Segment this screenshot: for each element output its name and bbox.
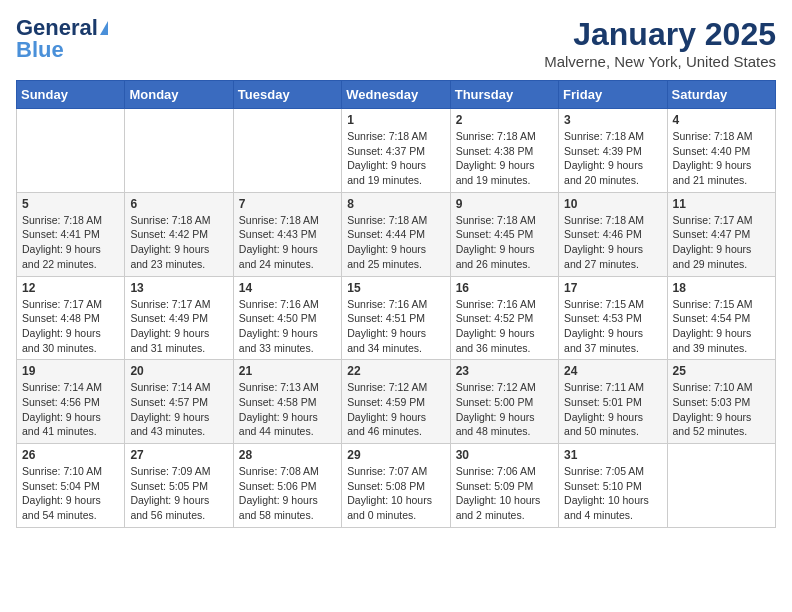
logo-blue: Blue [16, 38, 64, 62]
day-info: Sunrise: 7:18 AM Sunset: 4:44 PM Dayligh… [347, 213, 444, 272]
calendar-cell: 10Sunrise: 7:18 AM Sunset: 4:46 PM Dayli… [559, 192, 667, 276]
day-number: 17 [564, 281, 661, 295]
calendar-week-row: 26Sunrise: 7:10 AM Sunset: 5:04 PM Dayli… [17, 444, 776, 528]
day-info: Sunrise: 7:08 AM Sunset: 5:06 PM Dayligh… [239, 464, 336, 523]
day-number: 5 [22, 197, 119, 211]
day-number: 23 [456, 364, 553, 378]
calendar-week-row: 1Sunrise: 7:18 AM Sunset: 4:37 PM Daylig… [17, 109, 776, 193]
calendar-cell: 31Sunrise: 7:05 AM Sunset: 5:10 PM Dayli… [559, 444, 667, 528]
day-info: Sunrise: 7:18 AM Sunset: 4:40 PM Dayligh… [673, 129, 770, 188]
weekday-header-row: SundayMondayTuesdayWednesdayThursdayFrid… [17, 81, 776, 109]
day-info: Sunrise: 7:17 AM Sunset: 4:49 PM Dayligh… [130, 297, 227, 356]
day-info: Sunrise: 7:07 AM Sunset: 5:08 PM Dayligh… [347, 464, 444, 523]
calendar-week-row: 19Sunrise: 7:14 AM Sunset: 4:56 PM Dayli… [17, 360, 776, 444]
calendar-cell: 23Sunrise: 7:12 AM Sunset: 5:00 PM Dayli… [450, 360, 558, 444]
day-number: 27 [130, 448, 227, 462]
day-number: 6 [130, 197, 227, 211]
calendar-cell: 21Sunrise: 7:13 AM Sunset: 4:58 PM Dayli… [233, 360, 341, 444]
calendar-table: SundayMondayTuesdayWednesdayThursdayFrid… [16, 80, 776, 528]
day-info: Sunrise: 7:18 AM Sunset: 4:41 PM Dayligh… [22, 213, 119, 272]
day-info: Sunrise: 7:05 AM Sunset: 5:10 PM Dayligh… [564, 464, 661, 523]
day-number: 7 [239, 197, 336, 211]
calendar-cell [125, 109, 233, 193]
day-info: Sunrise: 7:09 AM Sunset: 5:05 PM Dayligh… [130, 464, 227, 523]
calendar-cell: 30Sunrise: 7:06 AM Sunset: 5:09 PM Dayli… [450, 444, 558, 528]
day-number: 15 [347, 281, 444, 295]
day-number: 31 [564, 448, 661, 462]
day-number: 20 [130, 364, 227, 378]
day-number: 11 [673, 197, 770, 211]
day-info: Sunrise: 7:10 AM Sunset: 5:04 PM Dayligh… [22, 464, 119, 523]
day-info: Sunrise: 7:18 AM Sunset: 4:37 PM Dayligh… [347, 129, 444, 188]
weekday-header-monday: Monday [125, 81, 233, 109]
day-number: 9 [456, 197, 553, 211]
day-info: Sunrise: 7:17 AM Sunset: 4:48 PM Dayligh… [22, 297, 119, 356]
calendar-cell: 17Sunrise: 7:15 AM Sunset: 4:53 PM Dayli… [559, 276, 667, 360]
weekday-header-saturday: Saturday [667, 81, 775, 109]
day-number: 26 [22, 448, 119, 462]
calendar-cell: 11Sunrise: 7:17 AM Sunset: 4:47 PM Dayli… [667, 192, 775, 276]
day-number: 16 [456, 281, 553, 295]
day-info: Sunrise: 7:12 AM Sunset: 4:59 PM Dayligh… [347, 380, 444, 439]
weekday-header-sunday: Sunday [17, 81, 125, 109]
calendar-cell: 9Sunrise: 7:18 AM Sunset: 4:45 PM Daylig… [450, 192, 558, 276]
weekday-header-friday: Friday [559, 81, 667, 109]
calendar-cell: 2Sunrise: 7:18 AM Sunset: 4:38 PM Daylig… [450, 109, 558, 193]
day-number: 2 [456, 113, 553, 127]
day-info: Sunrise: 7:16 AM Sunset: 4:51 PM Dayligh… [347, 297, 444, 356]
day-info: Sunrise: 7:15 AM Sunset: 4:54 PM Dayligh… [673, 297, 770, 356]
calendar-cell [17, 109, 125, 193]
calendar-cell: 3Sunrise: 7:18 AM Sunset: 4:39 PM Daylig… [559, 109, 667, 193]
title-block: January 2025 Malverne, New York, United … [544, 16, 776, 70]
calendar-cell: 28Sunrise: 7:08 AM Sunset: 5:06 PM Dayli… [233, 444, 341, 528]
day-info: Sunrise: 7:18 AM Sunset: 4:46 PM Dayligh… [564, 213, 661, 272]
calendar-cell: 13Sunrise: 7:17 AM Sunset: 4:49 PM Dayli… [125, 276, 233, 360]
calendar-cell: 12Sunrise: 7:17 AM Sunset: 4:48 PM Dayli… [17, 276, 125, 360]
day-info: Sunrise: 7:06 AM Sunset: 5:09 PM Dayligh… [456, 464, 553, 523]
day-info: Sunrise: 7:18 AM Sunset: 4:42 PM Dayligh… [130, 213, 227, 272]
day-info: Sunrise: 7:11 AM Sunset: 5:01 PM Dayligh… [564, 380, 661, 439]
calendar-cell: 24Sunrise: 7:11 AM Sunset: 5:01 PM Dayli… [559, 360, 667, 444]
calendar-cell: 22Sunrise: 7:12 AM Sunset: 4:59 PM Dayli… [342, 360, 450, 444]
day-number: 21 [239, 364, 336, 378]
logo: General Blue [16, 16, 108, 62]
calendar-cell: 20Sunrise: 7:14 AM Sunset: 4:57 PM Dayli… [125, 360, 233, 444]
day-number: 3 [564, 113, 661, 127]
day-number: 8 [347, 197, 444, 211]
day-info: Sunrise: 7:16 AM Sunset: 4:52 PM Dayligh… [456, 297, 553, 356]
day-number: 10 [564, 197, 661, 211]
day-info: Sunrise: 7:18 AM Sunset: 4:38 PM Dayligh… [456, 129, 553, 188]
day-info: Sunrise: 7:17 AM Sunset: 4:47 PM Dayligh… [673, 213, 770, 272]
weekday-header-tuesday: Tuesday [233, 81, 341, 109]
calendar-cell: 29Sunrise: 7:07 AM Sunset: 5:08 PM Dayli… [342, 444, 450, 528]
day-info: Sunrise: 7:14 AM Sunset: 4:57 PM Dayligh… [130, 380, 227, 439]
calendar-cell: 27Sunrise: 7:09 AM Sunset: 5:05 PM Dayli… [125, 444, 233, 528]
day-number: 14 [239, 281, 336, 295]
day-number: 24 [564, 364, 661, 378]
calendar-cell: 4Sunrise: 7:18 AM Sunset: 4:40 PM Daylig… [667, 109, 775, 193]
page-header: General Blue January 2025 Malverne, New … [16, 16, 776, 70]
day-number: 30 [456, 448, 553, 462]
day-info: Sunrise: 7:13 AM Sunset: 4:58 PM Dayligh… [239, 380, 336, 439]
day-info: Sunrise: 7:10 AM Sunset: 5:03 PM Dayligh… [673, 380, 770, 439]
day-info: Sunrise: 7:15 AM Sunset: 4:53 PM Dayligh… [564, 297, 661, 356]
logo-triangle-icon [100, 21, 108, 35]
calendar-cell: 26Sunrise: 7:10 AM Sunset: 5:04 PM Dayli… [17, 444, 125, 528]
day-info: Sunrise: 7:12 AM Sunset: 5:00 PM Dayligh… [456, 380, 553, 439]
day-info: Sunrise: 7:18 AM Sunset: 4:45 PM Dayligh… [456, 213, 553, 272]
day-info: Sunrise: 7:18 AM Sunset: 4:39 PM Dayligh… [564, 129, 661, 188]
weekday-header-wednesday: Wednesday [342, 81, 450, 109]
day-info: Sunrise: 7:16 AM Sunset: 4:50 PM Dayligh… [239, 297, 336, 356]
day-number: 28 [239, 448, 336, 462]
calendar-cell: 5Sunrise: 7:18 AM Sunset: 4:41 PM Daylig… [17, 192, 125, 276]
location: Malverne, New York, United States [544, 53, 776, 70]
day-info: Sunrise: 7:14 AM Sunset: 4:56 PM Dayligh… [22, 380, 119, 439]
calendar-cell: 14Sunrise: 7:16 AM Sunset: 4:50 PM Dayli… [233, 276, 341, 360]
calendar-cell [233, 109, 341, 193]
day-number: 19 [22, 364, 119, 378]
day-info: Sunrise: 7:18 AM Sunset: 4:43 PM Dayligh… [239, 213, 336, 272]
day-number: 29 [347, 448, 444, 462]
calendar-cell: 25Sunrise: 7:10 AM Sunset: 5:03 PM Dayli… [667, 360, 775, 444]
calendar-cell: 19Sunrise: 7:14 AM Sunset: 4:56 PM Dayli… [17, 360, 125, 444]
calendar-cell: 16Sunrise: 7:16 AM Sunset: 4:52 PM Dayli… [450, 276, 558, 360]
